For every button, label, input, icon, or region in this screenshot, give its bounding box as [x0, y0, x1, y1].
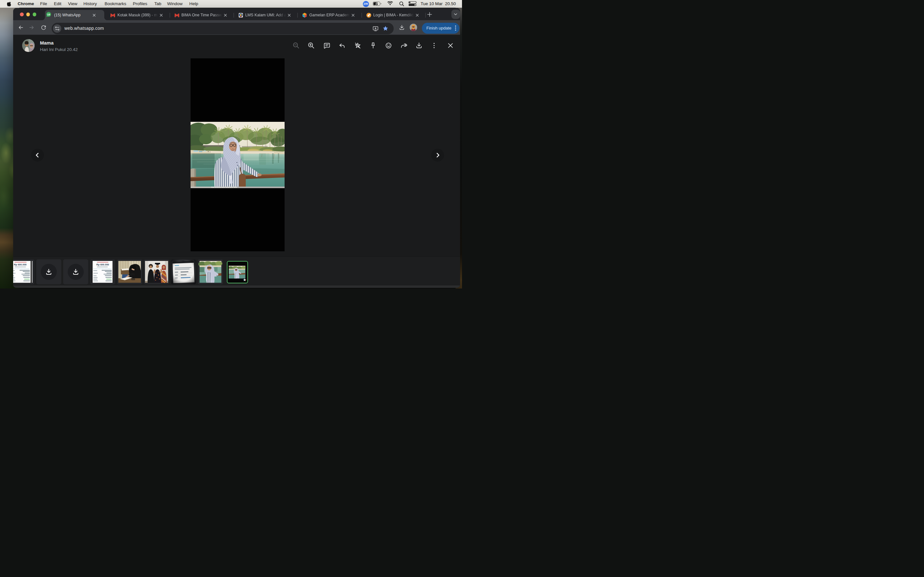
svg-text:Rp 600.000: Rp 600.000: [96, 263, 109, 266]
svg-text:15: 15: [47, 13, 50, 16]
svg-text:Rp 600.000: Rp 600.000: [14, 263, 27, 266]
svg-text:FKM SKM/Semester Ganjil 2021-2: FKM SKM/Semester Ganjil 2021-2022: [211, 187, 237, 188]
